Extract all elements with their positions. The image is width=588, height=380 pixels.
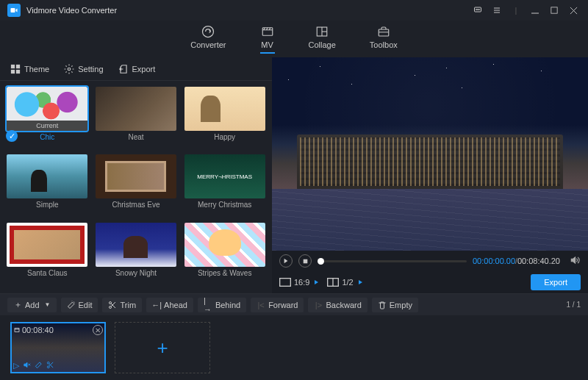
clip-remove-button[interactable]: ✕ — [93, 325, 103, 335]
aspect-icon — [279, 278, 291, 287]
menu-icon[interactable] — [490, 3, 504, 18]
timeline: 00:08:40 ✕ ▷ + — [0, 315, 588, 380]
clip-item[interactable]: 00:08:40 ✕ ▷ — [10, 322, 106, 373]
pager: 1 / 1 — [567, 301, 581, 309]
svg-rect-18 — [11, 64, 15, 68]
nav-converter[interactable]: Converter — [190, 25, 226, 54]
svg-rect-19 — [16, 64, 20, 68]
progress-thumb[interactable] — [318, 258, 324, 265]
empty-button[interactable]: Empty — [372, 298, 418, 312]
theme-name: Santa Claus — [27, 269, 67, 277]
ahead-button[interactable]: ←|Ahead — [146, 298, 193, 312]
themes-grid: Current ✓ Chic Neat Happy — [0, 81, 272, 293]
svg-point-27 — [110, 301, 112, 304]
trash-icon — [378, 301, 387, 309]
plus-icon: + — [157, 337, 168, 359]
wand-icon — [67, 301, 76, 309]
svg-rect-0 — [11, 8, 15, 12]
stop-button[interactable] — [298, 254, 312, 268]
subtab-setting[interactable]: Setting — [61, 60, 106, 79]
export-icon — [118, 64, 129, 74]
add-button[interactable]: ＋Add▼ — [7, 298, 57, 312]
add-clip-button[interactable]: + — [115, 322, 210, 373]
svg-rect-31 — [15, 329, 19, 332]
theme-name: Stripes & Waves — [198, 269, 252, 277]
right-panel: 00:00:00.00/00:08:40.20 16:9 1/2 Export — [272, 57, 588, 293]
converter-icon — [201, 25, 215, 38]
nav-mv[interactable]: MV — [260, 25, 275, 54]
video-preview[interactable] — [272, 57, 588, 251]
forward-button[interactable]: |<Forward — [251, 298, 304, 312]
svg-rect-17 — [379, 29, 389, 36]
time-current: 00:00:00.00 — [473, 257, 515, 265]
theme-santa-claus[interactable]: Santa Claus — [4, 223, 90, 287]
theme-chic[interactable]: Current ✓ Chic — [4, 87, 90, 151]
nav-toolbox[interactable]: Toolbox — [370, 25, 398, 54]
svg-point-36 — [47, 366, 49, 368]
split-icon — [327, 278, 339, 287]
clip-play-icon[interactable]: ▷ — [13, 361, 19, 370]
svg-rect-9 — [551, 7, 557, 13]
svg-rect-24 — [280, 279, 291, 287]
nav-converter-label: Converter — [190, 40, 226, 49]
trim-button[interactable]: Trim — [102, 298, 142, 312]
volume-icon[interactable] — [569, 255, 581, 267]
toolbox-icon — [376, 25, 391, 38]
clip-trim-icon[interactable] — [46, 361, 54, 370]
subtab-export[interactable]: Export — [115, 60, 159, 79]
app-logo — [7, 4, 21, 17]
split-selector[interactable]: 1/2 — [327, 278, 362, 287]
main: Theme Setting Export Current ✓ Chic — [0, 57, 588, 293]
clip-mute-icon[interactable] — [23, 361, 31, 370]
svg-point-4 — [479, 10, 480, 10]
player-controls: 00:00:00.00/00:08:40.20 — [272, 251, 588, 271]
behind-icon: |→ — [204, 301, 212, 309]
divider: | — [509, 3, 523, 18]
theme-christmas-eve[interactable]: Christmas Eve — [93, 154, 179, 219]
film-icon — [13, 327, 21, 333]
theme-icon — [10, 64, 21, 74]
chevron-down-icon — [315, 280, 318, 284]
feedback-icon[interactable] — [470, 3, 485, 18]
backward-button[interactable]: |>Backward — [308, 298, 367, 312]
clip-edit-icon[interactable] — [35, 361, 43, 370]
theme-thumbnail — [96, 87, 176, 131]
theme-happy[interactable]: Happy — [182, 87, 268, 151]
export-button[interactable]: Export — [531, 274, 581, 290]
clip-duration: 00:08:40 — [13, 326, 54, 334]
collage-icon — [315, 25, 329, 38]
svg-point-12 — [203, 26, 214, 37]
svg-point-3 — [478, 10, 478, 10]
preview-options: 16:9 1/2 Export — [272, 271, 588, 293]
theme-neat[interactable]: Neat — [93, 87, 179, 151]
maximize-button[interactable] — [547, 3, 562, 18]
split-value: 1/2 — [342, 278, 353, 287]
progress-bar[interactable] — [318, 260, 467, 262]
aspect-ratio-selector[interactable]: 16:9 — [279, 278, 318, 287]
chevron-down-icon — [359, 280, 362, 284]
theme-simple[interactable]: Simple — [4, 154, 90, 219]
play-button[interactable] — [279, 254, 293, 268]
subtab-theme[interactable]: Theme — [7, 60, 52, 79]
time-display: 00:00:00.00/00:08:40.20 — [473, 257, 560, 265]
scissors-icon — [108, 301, 117, 309]
subtab-setting-label: Setting — [78, 65, 103, 74]
nav-toolbox-label: Toolbox — [370, 40, 398, 49]
close-button[interactable] — [566, 3, 581, 18]
behind-button[interactable]: |→Behind — [198, 298, 246, 312]
svg-rect-21 — [16, 69, 20, 73]
forward-icon: |< — [257, 301, 265, 309]
theme-name: Simple — [36, 201, 59, 209]
clip-toolbar: ＋Add▼ Edit Trim ←|Ahead |→Behind |<Forwa… — [0, 293, 588, 315]
edit-button[interactable]: Edit — [61, 298, 98, 312]
theme-snowy-night[interactable]: Snowy Night — [93, 223, 179, 287]
theme-stripes-waves[interactable]: Stripes & Waves — [182, 223, 268, 287]
gear-icon — [64, 64, 74, 74]
chevron-down-icon: ▼ — [45, 301, 51, 308]
time-total: 00:08:40.20 — [517, 257, 560, 265]
nav-collage[interactable]: Collage — [309, 25, 336, 54]
svg-point-35 — [47, 362, 49, 364]
theme-merry-christmas[interactable]: Merry Christmas — [182, 154, 268, 219]
minimize-button[interactable] — [528, 3, 542, 18]
theme-thumbnail: Current — [7, 87, 87, 131]
